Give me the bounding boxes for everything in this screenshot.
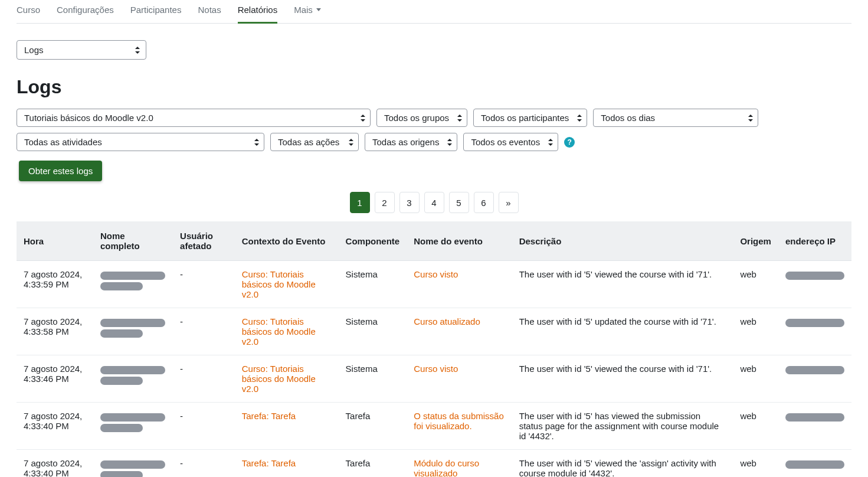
cell-fullname [93, 261, 173, 308]
event-link[interactable]: Curso visto [414, 269, 458, 279]
tab-mais[interactable]: Mais [294, 0, 321, 23]
report-type-select[interactable]: Logs [17, 40, 146, 60]
sort-icon [577, 115, 582, 122]
filter-activities[interactable]: Todas as atividades [17, 133, 264, 151]
cell-affected: - [173, 261, 235, 308]
tab-label: Mais [294, 5, 313, 15]
page-6[interactable]: 6 [474, 192, 494, 213]
filter-course-value: Tutoriais básicos do Moodle v2.0 [24, 113, 153, 123]
redacted-ip [785, 366, 844, 374]
redacted-name [100, 471, 143, 477]
sort-icon [361, 115, 365, 122]
redacted-name [100, 272, 165, 280]
course-nav-tabs: CursoConfiguraçõesParticipantesNotasRela… [17, 0, 851, 24]
cell-eventname: O status da submissão foi visualizado. [407, 403, 512, 450]
redacted-name [100, 460, 165, 469]
cell-component: Tarefa [339, 450, 407, 478]
context-link[interactable]: Curso: Tutoriais básicos do Moodle v2.0 [242, 269, 316, 299]
cell-affected: - [173, 355, 235, 403]
filter-origins[interactable]: Todas as origens [365, 133, 457, 151]
context-link[interactable]: Curso: Tutoriais básicos do Moodle v2.0 [242, 316, 316, 347]
sort-icon [135, 47, 140, 54]
cell-component: Tarefa [339, 403, 407, 450]
filter-events[interactable]: Todos os eventos [463, 133, 558, 151]
cell-eventname: Curso atualizado [407, 308, 512, 355]
col-affected: Usuário afetado [173, 221, 235, 261]
cell-context: Curso: Tutoriais básicos do Moodle v2.0 [235, 355, 339, 403]
table-row: 7 agosto 2024, 4:33:40 PM-Tarefa: Tarefa… [17, 450, 851, 478]
cell-time: 7 agosto 2024, 4:33:40 PM [17, 403, 93, 450]
cell-time: 7 agosto 2024, 4:33:40 PM [17, 450, 93, 478]
help-icon[interactable]: ? [564, 137, 575, 148]
redacted-name [100, 424, 143, 432]
cell-origin: web [733, 403, 778, 450]
tab-notas[interactable]: Notas [198, 0, 221, 23]
page-2[interactable]: 2 [375, 192, 395, 213]
event-link[interactable]: Curso atualizado [414, 316, 480, 326]
cell-eventname: Curso visto [407, 261, 512, 308]
tab-relat-rios[interactable]: Relatórios [238, 0, 278, 23]
page-3[interactable]: 3 [399, 192, 420, 213]
col-ip: endereço IP [778, 221, 851, 261]
event-link[interactable]: Módulo do curso visualizado [414, 458, 479, 477]
event-link[interactable]: Curso visto [414, 364, 458, 374]
cell-component: Sistema [339, 355, 407, 403]
filter-participants[interactable]: Todos os participantes [473, 109, 587, 127]
col-eventname: Nome do evento [407, 221, 512, 261]
cell-affected: - [173, 450, 235, 478]
redacted-ip [785, 460, 844, 469]
col-fullname: Nome completo [93, 221, 173, 261]
tab-configura-es[interactable]: Configurações [57, 0, 114, 23]
chevron-down-icon [316, 8, 321, 11]
cell-origin: web [733, 308, 778, 355]
event-link[interactable]: O status da submissão foi visualizado. [414, 411, 504, 431]
tab-label: Participantes [130, 5, 182, 15]
cell-description: The user with id '5' viewed the course w… [512, 261, 733, 308]
col-context: Contexto do Evento [235, 221, 339, 261]
col-component: Componente [339, 221, 407, 261]
tab-label: Notas [198, 5, 221, 15]
cell-origin: web [733, 261, 778, 308]
tab-label: Curso [17, 5, 40, 15]
cell-ip [778, 355, 851, 403]
table-row: 7 agosto 2024, 4:33:59 PM-Curso: Tutoria… [17, 261, 851, 308]
cell-time: 7 agosto 2024, 4:33:58 PM [17, 308, 93, 355]
filter-groups-value: Todos os grupos [384, 113, 449, 123]
cell-ip [778, 308, 851, 355]
cell-origin: web [733, 355, 778, 403]
filter-course[interactable]: Tutoriais básicos do Moodle v2.0 [17, 109, 371, 127]
cell-context: Tarefa: Tarefa [235, 450, 339, 478]
pagination: 123456» [17, 192, 851, 213]
table-row: 7 agosto 2024, 4:33:46 PM-Curso: Tutoria… [17, 355, 851, 403]
redacted-name [100, 282, 143, 290]
tab-curso[interactable]: Curso [17, 0, 40, 23]
page-next[interactable]: » [499, 192, 519, 213]
context-link[interactable]: Tarefa: Tarefa [242, 458, 296, 468]
table-row: 7 agosto 2024, 4:33:58 PM-Curso: Tutoria… [17, 308, 851, 355]
redacted-name [100, 413, 165, 422]
table-row: 7 agosto 2024, 4:33:40 PM-Tarefa: Tarefa… [17, 403, 851, 450]
cell-description: The user with id '5' viewed the course w… [512, 355, 733, 403]
cell-affected: - [173, 308, 235, 355]
filter-actions[interactable]: Todas as ações [270, 133, 359, 151]
filter-events-value: Todos os eventos [471, 137, 540, 147]
cell-origin: web [733, 450, 778, 478]
page-4[interactable]: 4 [424, 192, 444, 213]
filter-groups[interactable]: Todos os grupos [376, 109, 467, 127]
cell-component: Sistema [339, 308, 407, 355]
cell-fullname [93, 403, 173, 450]
cell-ip [778, 403, 851, 450]
page-5[interactable]: 5 [449, 192, 469, 213]
cell-ip [778, 261, 851, 308]
sort-icon [254, 139, 259, 146]
get-logs-button[interactable]: Obter estes logs [19, 161, 102, 181]
cell-context: Tarefa: Tarefa [235, 403, 339, 450]
filter-days[interactable]: Todos os dias [593, 109, 758, 127]
page-1[interactable]: 1 [350, 192, 370, 213]
sort-icon [447, 139, 452, 146]
context-link[interactable]: Tarefa: Tarefa [242, 411, 296, 421]
context-link[interactable]: Curso: Tutoriais básicos do Moodle v2.0 [242, 364, 316, 394]
cell-description: The user with id '5' has viewed the subm… [512, 403, 733, 450]
tab-participantes[interactable]: Participantes [130, 0, 182, 23]
col-origin: Origem [733, 221, 778, 261]
